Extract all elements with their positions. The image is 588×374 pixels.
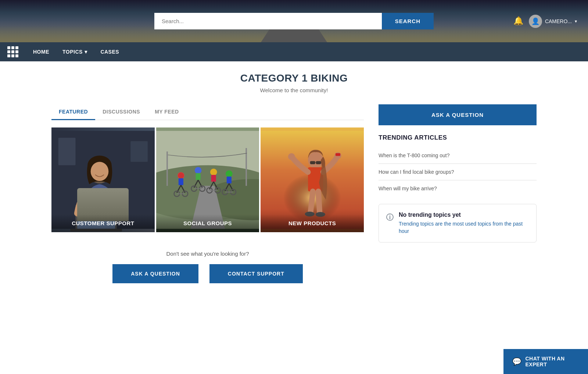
no-trending-title: No trending topics yet xyxy=(399,212,529,218)
svg-point-28 xyxy=(210,169,217,176)
contact-support-button[interactable]: CONTACT SUPPORT xyxy=(209,264,303,283)
search-button[interactable]: SEARCH xyxy=(382,13,434,29)
svg-rect-22 xyxy=(196,173,200,180)
right-panel: ASK A QUESTION TRENDING ARTICLES When is… xyxy=(379,104,537,242)
no-trending-box: ⓘ No trending topics yet Trending topics… xyxy=(379,204,537,242)
trending-article-3[interactable]: When will my bike arrive? xyxy=(379,180,537,197)
header-right: 🔔 👤 CAMERO... ▾ xyxy=(513,15,577,28)
trending-articles: When is the T-800 coming out? How can I … xyxy=(379,147,537,197)
svg-rect-54 xyxy=(316,161,321,164)
tab-myfeed[interactable]: MY FEED xyxy=(147,104,186,120)
avatar: 👤 xyxy=(529,15,542,28)
card-label-social: SOCIAL GROUPS xyxy=(156,214,259,232)
svg-point-14 xyxy=(178,172,184,179)
svg-rect-29 xyxy=(211,175,216,182)
svg-rect-15 xyxy=(178,178,183,185)
ask-question-sidebar-button[interactable]: ASK A QUESTION xyxy=(379,104,537,125)
bottom-buttons: ASK A QUESTION CONTACT SUPPORT xyxy=(51,264,364,283)
topics-label: TOPICS xyxy=(62,49,83,55)
user-area[interactable]: 👤 CAMERO... ▾ xyxy=(529,15,577,28)
card-customer-support[interactable]: CUSTOMER SUPPORT xyxy=(51,127,155,232)
cards-grid: CUSTOMER SUPPORT xyxy=(51,127,364,232)
card-label-support: CUSTOMER SUPPORT xyxy=(51,214,155,232)
no-trending-text: Trending topics are the most used topics… xyxy=(399,220,529,235)
ask-question-bottom-button[interactable]: ASK A QUESTION xyxy=(112,264,198,283)
content-layout: FEATURED DISCUSSIONS MY FEED xyxy=(51,104,537,283)
svg-point-5 xyxy=(91,162,109,181)
svg-rect-50 xyxy=(336,153,340,156)
info-icon: ⓘ xyxy=(386,212,394,222)
svg-point-35 xyxy=(226,170,233,177)
nav-item-home[interactable]: HOME xyxy=(26,42,56,61)
page-subtitle: Welcome to the community! xyxy=(51,87,537,93)
svg-point-21 xyxy=(194,167,201,174)
grid-icon[interactable] xyxy=(7,46,18,57)
left-panel: FEATURED DISCUSSIONS MY FEED xyxy=(51,104,364,283)
tabs: FEATURED DISCUSSIONS MY FEED xyxy=(51,104,364,120)
no-trending-content: No trending topics yet Trending topics a… xyxy=(399,212,529,235)
user-name: CAMERO... xyxy=(545,18,572,24)
svg-rect-2 xyxy=(130,141,148,162)
bottom-text: Don't see what you're looking for? xyxy=(51,251,364,257)
bottom-section: Don't see what you're looking for? ASK A… xyxy=(51,251,364,283)
tab-featured[interactable]: FEATURED xyxy=(51,104,95,120)
card-new-products[interactable]: NEW PRODUCTS xyxy=(261,127,364,232)
svg-rect-1 xyxy=(58,138,76,165)
nav-bar: HOME TOPICS ▾ CASES xyxy=(0,42,588,61)
trending-title: TRENDING ARTICLES xyxy=(379,134,537,141)
svg-rect-42 xyxy=(166,151,168,186)
trending-article-1[interactable]: When is the T-800 coming out? xyxy=(379,147,537,164)
hero-banner: SEARCH 🔔 👤 CAMERO... ▾ xyxy=(0,0,588,42)
nav-item-cases[interactable]: CASES xyxy=(94,42,126,61)
topics-chevron-icon: ▾ xyxy=(85,49,87,55)
card-social-groups[interactable]: SOCIAL GROUPS xyxy=(156,127,259,232)
nav-item-topics[interactable]: TOPICS ▾ xyxy=(56,42,94,61)
svg-point-48 xyxy=(288,153,295,160)
search-bar-container: SEARCH xyxy=(154,13,434,29)
search-input[interactable] xyxy=(154,13,382,29)
page-title: CATEGORY 1 BIKING xyxy=(51,72,537,84)
nav-items: HOME TOPICS ▾ CASES xyxy=(26,42,126,61)
card-label-products: NEW PRODUCTS xyxy=(261,214,364,232)
svg-rect-53 xyxy=(310,161,315,164)
svg-rect-36 xyxy=(226,177,231,184)
notification-bell-icon[interactable]: 🔔 xyxy=(513,16,524,26)
tab-discussions[interactable]: DISCUSSIONS xyxy=(95,104,147,120)
trending-article-2[interactable]: How can I find local bike groups? xyxy=(379,164,537,180)
main-content: CATEGORY 1 BIKING Welcome to the communi… xyxy=(37,61,551,294)
chevron-down-icon: ▾ xyxy=(575,19,577,24)
avatar-icon: 👤 xyxy=(531,17,539,25)
svg-rect-43 xyxy=(245,148,247,186)
